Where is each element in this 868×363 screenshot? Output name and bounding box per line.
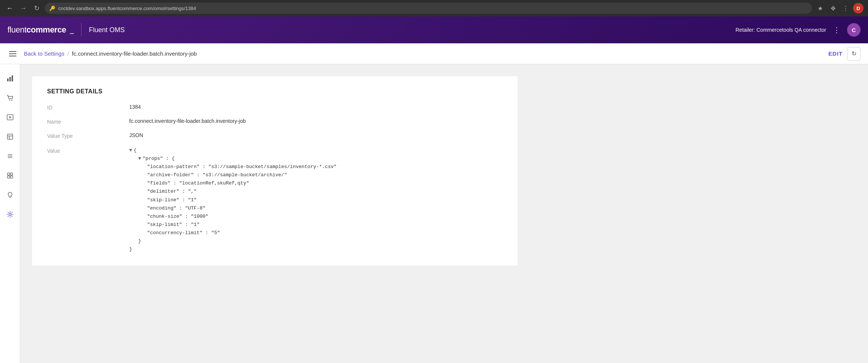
collapse-props-icon[interactable]: ▼ xyxy=(138,155,141,163)
logo-area: fluentcommerce ⎯ xyxy=(7,25,74,35)
id-value: 1384 xyxy=(129,104,503,111)
edit-button[interactable]: EDIT xyxy=(828,50,843,57)
refresh-button[interactable]: ↻ xyxy=(847,47,861,60)
settings-card: SETTING DETAILS ID 1384 Name fc.connect.… xyxy=(32,76,518,266)
sub-header-actions: EDIT ↻ xyxy=(828,47,861,60)
sidebar-item-orders[interactable] xyxy=(2,90,18,106)
json-skip-line: "1" xyxy=(188,197,196,203)
play-icon xyxy=(6,114,14,121)
app-header: fluentcommerce ⎯ Fluent OMS Retailer: Co… xyxy=(0,16,868,43)
browser-bar: ← → ↻ 🔑 cnctdev.sandbox.apps.fluentcomme… xyxy=(0,0,868,16)
content-area: SETTING DETAILS ID 1384 Name fc.connect.… xyxy=(20,64,868,363)
sidebar-item-analytics[interactable] xyxy=(2,70,18,87)
json-value: ▼{ ▼"props" : { "location-pattern" : "s3… xyxy=(129,146,503,254)
name-value: fc.connect.inventory-file-loader.batch.i… xyxy=(129,118,503,125)
hamburger-button[interactable] xyxy=(7,50,18,58)
sidebar-item-settings[interactable] xyxy=(2,206,18,223)
app-name: Fluent OMS xyxy=(89,26,125,34)
value-type-label: Value Type xyxy=(47,132,129,139)
card-title: SETTING DETAILS xyxy=(47,88,503,95)
json-concurrency-limit: "5" xyxy=(211,230,220,236)
json-delimiter: "," xyxy=(188,189,196,194)
collapse-root-icon[interactable]: ▼ xyxy=(129,146,132,155)
breadcrumb-current: fc.connect.inventory-file-loader.batch.i… xyxy=(72,50,197,57)
menu-dots-button[interactable]: ⋮ xyxy=(840,3,851,13)
sub-header: Back to Settings / fc.connect.inventory-… xyxy=(0,43,868,64)
json-chunk-size: "1000" xyxy=(191,214,208,219)
detail-grid: ID 1384 Name fc.connect.inventory-file-l… xyxy=(47,104,503,254)
sidebar xyxy=(0,64,20,363)
sidebar-item-catalog[interactable] xyxy=(2,128,18,145)
sidebar-item-media[interactable] xyxy=(2,109,18,125)
svg-rect-13 xyxy=(7,173,10,175)
app: fluentcommerce ⎯ Fluent OMS Retailer: Co… xyxy=(0,16,868,363)
svg-marker-6 xyxy=(9,116,12,118)
logo-text: fluentcommerce ⎯ xyxy=(7,25,74,35)
value-label: Value xyxy=(47,146,129,254)
url-text: cnctdev.sandbox.apps.fluentcommerce.com/… xyxy=(58,6,196,11)
json-fields: "locationRef,skuRef,qty" xyxy=(179,180,249,186)
header-right: Retailer: Commercetools QA connector ⋮ C xyxy=(735,23,861,37)
back-to-settings-link[interactable]: Back to Settings xyxy=(24,50,64,57)
value-type-value: JSON xyxy=(129,132,503,139)
settings-gear-icon xyxy=(6,211,14,218)
back-nav-button[interactable]: ← xyxy=(4,3,15,13)
address-bar[interactable]: 🔑 cnctdev.sandbox.apps.fluentcommerce.co… xyxy=(45,3,812,14)
svg-rect-14 xyxy=(10,173,13,175)
json-location-pattern: "s3://sample-bucket/samples/inventory-*.… xyxy=(208,164,337,170)
header-menu-button[interactable]: ⋮ xyxy=(831,24,843,36)
svg-rect-1 xyxy=(9,77,11,81)
svg-rect-0 xyxy=(7,78,9,81)
retailer-label: Retailer: Commercetools QA connector xyxy=(735,27,826,33)
svg-rect-7 xyxy=(7,134,13,139)
id-label: ID xyxy=(47,104,129,111)
grid-icon xyxy=(6,172,14,179)
breadcrumb: Back to Settings / fc.connect.inventory-… xyxy=(24,50,197,57)
svg-rect-15 xyxy=(7,176,10,178)
sidebar-item-grid[interactable] xyxy=(2,167,18,184)
sidebar-item-list[interactable] xyxy=(2,148,18,164)
json-encoding: "UTF-8" xyxy=(185,205,205,211)
logo-icon: ⎯ xyxy=(70,27,74,34)
reload-nav-button[interactable]: ↻ xyxy=(31,3,42,13)
main-layout: SETTING DETAILS ID 1384 Name fc.connect.… xyxy=(0,64,868,363)
svg-point-4 xyxy=(11,100,12,101)
extension-button[interactable]: ✥ xyxy=(828,3,838,13)
json-skip-limit: "1" xyxy=(191,222,199,227)
list-icon xyxy=(6,152,14,160)
svg-point-18 xyxy=(9,213,11,215)
bulb-icon xyxy=(6,191,14,199)
bookmark-button[interactable]: ★ xyxy=(815,3,825,13)
sidebar-item-insights[interactable] xyxy=(2,187,18,203)
catalog-icon xyxy=(6,133,14,140)
svg-point-3 xyxy=(9,100,10,101)
browser-user-avatar[interactable]: D xyxy=(853,3,864,13)
browser-actions: ★ ✥ ⋮ D xyxy=(815,3,864,13)
json-archive-folder: "s3://sample-bucket/archive/" xyxy=(202,172,287,178)
svg-rect-2 xyxy=(12,75,13,81)
header-divider xyxy=(81,23,81,37)
forward-nav-button[interactable]: → xyxy=(18,3,28,13)
svg-rect-16 xyxy=(10,176,13,178)
analytics-icon xyxy=(6,75,14,82)
name-label: Name xyxy=(47,118,129,125)
breadcrumb-separator: / xyxy=(67,50,69,57)
cart-icon xyxy=(6,94,14,102)
user-avatar[interactable]: C xyxy=(847,23,861,37)
